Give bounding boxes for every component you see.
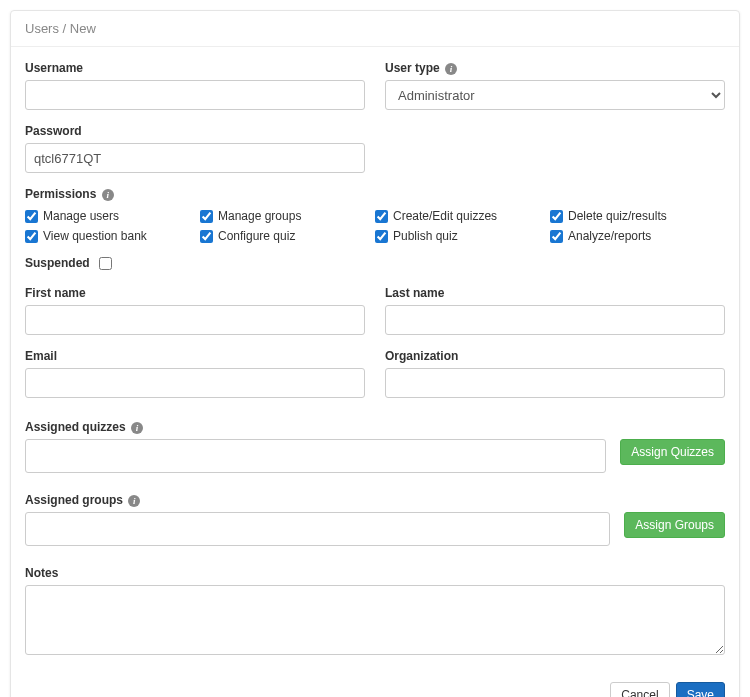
notes-label: Notes [25,566,725,580]
info-icon[interactable]: i [131,422,143,434]
permission-item: Delete quiz/results [550,206,725,226]
permission-item: Publish quiz [375,226,550,246]
permission-label: Delete quiz/results [568,209,667,223]
permission-label: View question bank [43,229,147,243]
permission-label: Manage groups [218,209,301,223]
permission-checkbox[interactable] [200,210,213,223]
cancel-button[interactable]: Cancel [610,682,669,697]
permissions-grid: Manage usersManage groupsCreate/Edit qui… [25,206,725,246]
permission-label: Publish quiz [393,229,458,243]
permission-checkbox[interactable] [375,210,388,223]
assigned-groups-label: Assigned groups i [25,493,725,507]
permission-item: Manage users [25,206,200,226]
permission-label: Create/Edit quizzes [393,209,497,223]
permission-checkbox[interactable] [550,230,563,243]
email-input[interactable] [25,368,365,398]
permission-item: Configure quiz [200,226,375,246]
info-icon[interactable]: i [128,495,140,507]
assigned-quizzes-label: Assigned quizzes i [25,420,725,434]
permission-checkbox[interactable] [25,230,38,243]
username-input[interactable] [25,80,365,110]
save-button[interactable]: Save [676,682,725,697]
email-label: Email [25,349,365,363]
permission-item: Manage groups [200,206,375,226]
suspended-label: Suspended [25,256,90,270]
permission-checkbox[interactable] [200,230,213,243]
organization-input[interactable] [385,368,725,398]
permission-label: Analyze/reports [568,229,651,243]
breadcrumb: Users / New [11,11,739,47]
username-label: Username [25,61,365,75]
first-name-input[interactable] [25,305,365,335]
info-icon[interactable]: i [445,63,457,75]
permission-checkbox[interactable] [550,210,563,223]
assign-quizzes-button[interactable]: Assign Quizzes [620,439,725,465]
user-type-select[interactable]: Administrator [385,80,725,110]
permissions-label: Permissions i [25,187,725,201]
password-input[interactable] [25,143,365,173]
last-name-label: Last name [385,286,725,300]
first-name-label: First name [25,286,365,300]
permission-label: Configure quiz [218,229,295,243]
form-body: Username User type i Administrator Passw… [11,47,739,672]
permission-checkbox[interactable] [375,230,388,243]
user-form-panel: Users / New Username User type i Adminis… [10,10,740,697]
permission-label: Manage users [43,209,119,223]
suspended-checkbox[interactable] [99,257,112,270]
permission-item: View question bank [25,226,200,246]
permission-item: Create/Edit quizzes [375,206,550,226]
permission-item: Analyze/reports [550,226,725,246]
assigned-groups-input[interactable] [25,512,610,546]
form-footer: Cancel Save [11,672,739,697]
permission-checkbox[interactable] [25,210,38,223]
user-type-label: User type i [385,61,725,75]
last-name-input[interactable] [385,305,725,335]
password-label: Password [25,124,365,138]
notes-textarea[interactable] [25,585,725,655]
assigned-quizzes-input[interactable] [25,439,606,473]
assign-groups-button[interactable]: Assign Groups [624,512,725,538]
organization-label: Organization [385,349,725,363]
info-icon[interactable]: i [102,189,114,201]
